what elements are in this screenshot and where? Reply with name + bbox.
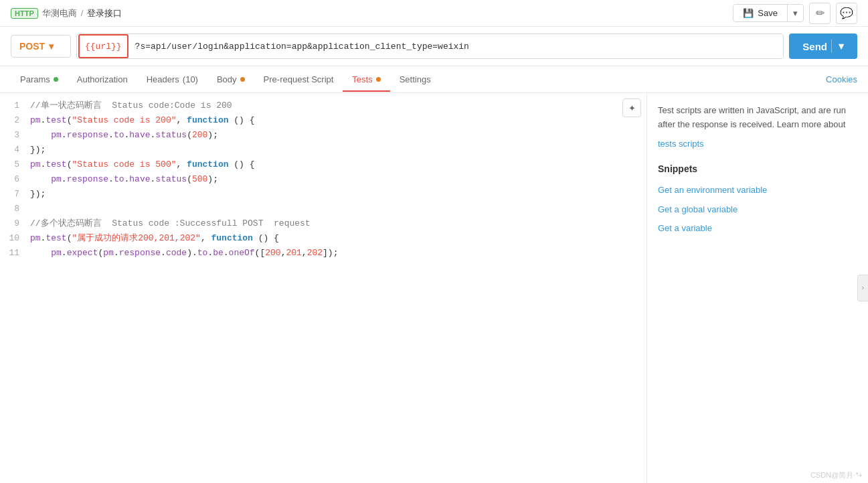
url-input[interactable]	[130, 34, 784, 58]
code-content: //多个状态码断言 Status code :Successfull POST …	[30, 216, 646, 231]
right-panel: Test scripts are written in JavaScript, …	[647, 93, 868, 483]
line-number: 5	[0, 157, 30, 172]
code-content: pm.response.to.have.status(500);	[30, 172, 646, 187]
tab-headers-label: Headers	[147, 74, 179, 84]
endpoint-title: 登录接口	[87, 7, 122, 19]
method-label: POST	[19, 41, 45, 52]
tab-authorization[interactable]: Authorization	[68, 68, 137, 91]
watermark: CSDN@简月·*+	[810, 470, 863, 480]
request-tabs-bar: Params Authorization Headers (10) Body P…	[0, 66, 868, 93]
send-button[interactable]: Send ▾	[789, 33, 857, 59]
table-row: 9 //多个状态码断言 Status code :Successfull POS…	[0, 216, 646, 231]
code-content: pm.test("属于成功的请求200,201,202", function (…	[30, 231, 646, 246]
send-label: Send	[802, 41, 827, 52]
code-content: pm.test("Status code is 200", function (…	[30, 113, 646, 128]
table-row: 7 });	[0, 187, 646, 202]
http-badge: HTTP	[11, 8, 38, 19]
table-row: 6 pm.response.to.have.status(500);	[0, 172, 646, 187]
tab-headers-count: (10)	[183, 74, 198, 84]
method-dropdown-icon: ▾	[49, 41, 54, 52]
editor-panel: 1 //单一状态码断言 Status code:Code is 200 2 pm…	[0, 93, 647, 483]
save-label: Save	[758, 8, 778, 18]
code-content: pm.expect(pm.response.code).to.be.oneOf(…	[30, 246, 646, 261]
url-input-wrapper: {{url}}	[76, 33, 784, 59]
snippets-title: Snippets	[658, 161, 857, 176]
comment-icon: 💬	[840, 7, 853, 19]
tab-params-label: Params	[20, 74, 50, 84]
line-number: 11	[0, 246, 30, 261]
comment-button[interactable]: 💬	[836, 3, 857, 24]
snippet-global-var[interactable]: Get a global variable	[658, 203, 857, 217]
tests-scripts-link[interactable]: tests scripts	[658, 137, 857, 151]
cookies-link[interactable]: Cookies	[826, 74, 857, 84]
send-dropdown-icon: ▾	[831, 40, 844, 53]
save-icon: 💾	[743, 8, 754, 18]
tab-authorization-label: Authorization	[77, 74, 128, 84]
right-panel-toggle[interactable]: ›	[857, 275, 868, 301]
code-content: });	[30, 187, 646, 202]
breadcrumb: HTTP 华测电商 / 登录接口	[11, 7, 122, 19]
save-dropdown-button[interactable]: ▾	[787, 5, 803, 21]
table-row: 1 //单一状态码断言 Status code:Code is 200	[0, 98, 646, 113]
breadcrumb-separator: /	[81, 8, 84, 18]
tab-settings[interactable]: Settings	[390, 68, 440, 91]
tab-headers[interactable]: Headers (10)	[137, 68, 207, 91]
table-row: 11 pm.expect(pm.response.code).to.be.one…	[0, 246, 646, 261]
line-number: 9	[0, 216, 30, 231]
snippet-env-var[interactable]: Get an environment variable	[658, 184, 857, 198]
tab-params[interactable]: Params	[11, 68, 68, 91]
line-number: 8	[0, 202, 30, 216]
code-editor[interactable]: 1 //单一状态码断言 Status code:Code is 200 2 pm…	[0, 93, 646, 483]
table-row: 10 pm.test("属于成功的请求200,201,202", functio…	[0, 231, 646, 246]
table-row: 2 pm.test("Status code is 200", function…	[0, 113, 646, 128]
chevron-right-icon: ›	[862, 283, 864, 293]
line-number: 10	[0, 231, 30, 246]
params-dot	[54, 77, 58, 82]
code-content: });	[30, 143, 646, 157]
code-content: //单一状态码断言 Status code:Code is 200	[30, 98, 646, 113]
line-number: 4	[0, 143, 30, 157]
main-content: 1 //单一状态码断言 Status code:Code is 200 2 pm…	[0, 93, 868, 483]
line-number: 6	[0, 172, 30, 187]
tab-pre-request[interactable]: Pre-request Script	[254, 68, 343, 91]
method-select[interactable]: POST ▾	[11, 35, 71, 58]
url-variable-tag: {{url}}	[78, 34, 128, 58]
right-panel-description: Test scripts are written in JavaScript, …	[658, 104, 857, 132]
chevron-down-icon: ▾	[793, 8, 798, 18]
tab-tests[interactable]: Tests	[343, 68, 389, 91]
code-content	[30, 202, 646, 216]
tab-body-label: Body	[217, 74, 237, 84]
editor-actions: ✦	[622, 98, 641, 117]
table-row: 4 });	[0, 143, 646, 157]
company-name: 华测电商	[42, 7, 77, 19]
line-number: 2	[0, 113, 30, 128]
top-bar: HTTP 华测电商 / 登录接口 💾 Save ▾ ✏ 💬	[0, 0, 868, 27]
url-bar: POST ▾ {{url}} Send ▾	[0, 27, 868, 66]
body-dot	[240, 77, 245, 82]
edit-button[interactable]: ✏	[809, 3, 831, 24]
save-button[interactable]: 💾 Save	[733, 5, 787, 21]
table-row: 3 pm.response.to.have.status(200);	[0, 128, 646, 143]
tab-settings-label: Settings	[400, 74, 431, 84]
line-number: 3	[0, 128, 30, 143]
top-actions: 💾 Save ▾ ✏ 💬	[733, 3, 857, 24]
tab-tests-label: Tests	[352, 74, 372, 84]
code-content: pm.test("Status code is 500", function (…	[30, 157, 646, 172]
magic-wand-icon: ✦	[628, 103, 636, 113]
line-number: 7	[0, 187, 30, 202]
snippet-variable[interactable]: Get a variable	[658, 222, 857, 236]
cookies-label: Cookies	[826, 74, 857, 84]
edit-icon: ✏	[816, 7, 824, 19]
tab-pre-request-label: Pre-request Script	[264, 74, 334, 84]
magic-wand-button[interactable]: ✦	[622, 98, 641, 117]
tab-body[interactable]: Body	[207, 68, 254, 91]
table-row: 8	[0, 202, 646, 216]
tests-dot	[376, 77, 381, 82]
code-content: pm.response.to.have.status(200);	[30, 128, 646, 143]
save-btn-group: 💾 Save ▾	[733, 4, 804, 22]
table-row: 5 pm.test("Status code is 500", function…	[0, 157, 646, 172]
line-number: 1	[0, 98, 30, 113]
